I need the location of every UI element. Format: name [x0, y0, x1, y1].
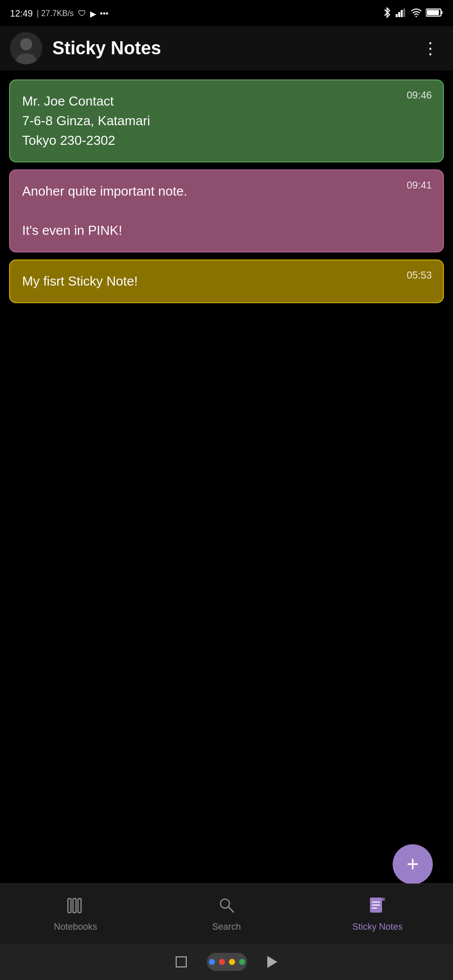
more-options-button[interactable]: ⋮	[418, 36, 443, 60]
bluetooth-icon	[383, 7, 392, 20]
notebooks-icon	[66, 896, 85, 919]
note-time-3: 05:53	[407, 270, 432, 281]
note-card-3[interactable]: 05:53 My fisrt Sticky Note!	[9, 259, 444, 303]
top-bar: Sticky Notes ⋮	[0, 26, 453, 70]
note-card-2[interactable]: 09:41 Anoher quite important note.It's e…	[9, 169, 444, 252]
svg-rect-11	[68, 899, 71, 913]
sticky-notes-icon	[368, 896, 387, 919]
system-nav-bar	[0, 944, 453, 980]
svg-point-4	[416, 16, 417, 18]
youtube-icon: ▶	[90, 9, 96, 19]
nav-label-sticky-notes: Sticky Notes	[352, 922, 403, 932]
svg-rect-2	[401, 10, 403, 17]
app-title: Sticky Notes	[52, 38, 418, 59]
status-left: 12:49 | 27.7KB/s 🛡 ▶ •••	[10, 9, 108, 19]
avatar	[10, 32, 42, 64]
note-time-2: 09:41	[407, 180, 432, 191]
nav-item-sticky-notes[interactable]: Sticky Notes	[302, 896, 453, 932]
status-time: 12:49	[10, 9, 33, 19]
note-card-1[interactable]: 09:46 Mr. Joe Contact7-6-8 Ginza, Katama…	[9, 79, 444, 162]
note-time-1: 09:46	[407, 90, 432, 101]
note-text-1: Mr. Joe Contact7-6-8 Ginza, KatamariToky…	[22, 92, 431, 150]
notes-list: 09:46 Mr. Joe Contact7-6-8 Ginza, Katama…	[0, 70, 453, 303]
system-nav-back[interactable]	[267, 956, 277, 968]
bottom-nav: Notebooks Search Sticky Notes	[0, 883, 453, 944]
status-bar: 12:49 | 27.7KB/s 🛡 ▶ •••	[0, 0, 453, 26]
system-nav-square[interactable]	[176, 956, 187, 967]
svg-point-9	[20, 38, 32, 50]
nav-label-search: Search	[212, 922, 241, 932]
system-nav-pill[interactable]	[207, 953, 247, 971]
note-text-3: My fisrt Sticky Note!	[22, 272, 431, 291]
note-text-2: Anoher quite important note.It's even in…	[22, 182, 431, 240]
svg-rect-3	[403, 9, 405, 17]
plus-icon: +	[407, 854, 419, 875]
svg-rect-6	[441, 11, 442, 14]
status-network: | 27.7KB/s	[37, 9, 74, 18]
search-icon	[217, 896, 236, 919]
nav-item-search[interactable]: Search	[151, 896, 302, 932]
shield-icon: 🛡	[78, 9, 86, 18]
add-note-button[interactable]: +	[393, 844, 433, 884]
svg-rect-13	[78, 899, 81, 913]
battery-icon	[426, 8, 443, 19]
wifi-icon	[411, 8, 422, 19]
svg-line-15	[229, 907, 234, 912]
status-right	[383, 7, 443, 20]
svg-rect-1	[398, 12, 400, 17]
nav-item-notebooks[interactable]: Notebooks	[0, 896, 151, 932]
svg-rect-12	[73, 899, 76, 913]
svg-rect-17	[382, 898, 385, 901]
signal-icon	[396, 8, 407, 19]
nav-label-notebooks: Notebooks	[54, 922, 97, 932]
svg-rect-0	[396, 14, 398, 17]
svg-rect-7	[427, 10, 439, 15]
